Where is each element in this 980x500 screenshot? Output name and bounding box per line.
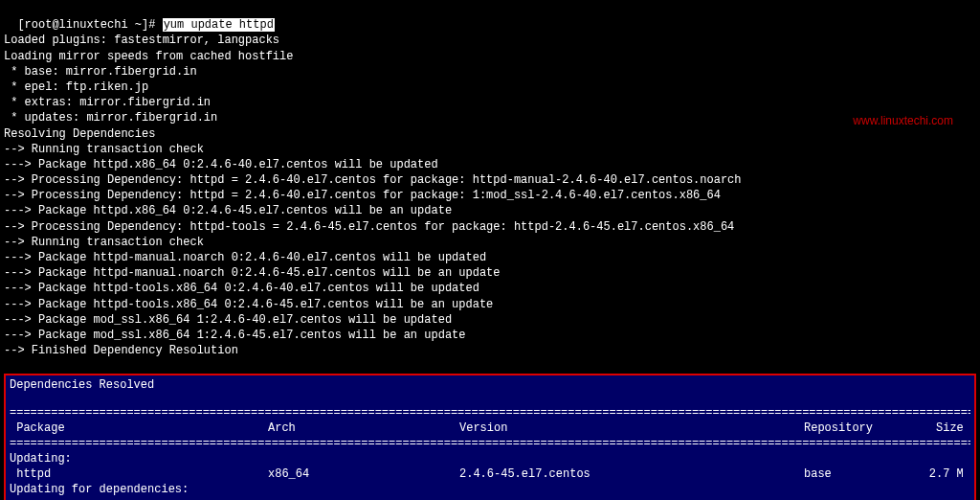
output-line: * epel: ftp.riken.jp: [4, 80, 976, 95]
output-line: --> Processing Dependency: httpd = 2.4.6…: [4, 188, 976, 203]
output-line: ---> Package httpd-manual.noarch 0:2.4.6…: [4, 265, 976, 281]
updating-label: Updating:: [10, 451, 970, 466]
output-line: --> Processing Dependency: httpd-tools =…: [4, 219, 976, 235]
output-line: Resolving Dependencies: [4, 126, 976, 142]
output-line: Loading mirror speeds from cached hostfi…: [4, 49, 976, 64]
output-line: * updates: mirror.fibergrid.in: [4, 110, 976, 125]
table-rule-mid: ========================================…: [10, 436, 970, 451]
cell-pkg: httpd: [10, 466, 268, 482]
output-line: * extras: mirror.fibergrid.in: [4, 95, 976, 110]
yum-output-block: Loaded plugins: fastestmirror, langpacks…: [4, 33, 976, 358]
output-line: --> Finished Dependency Resolution: [4, 343, 976, 358]
output-line: ---> Package httpd-tools.x86_64 0:2.4.6-…: [4, 281, 976, 296]
output-line: ---> Package mod_ssl.x86_64 1:2.4.6-40.e…: [4, 312, 976, 328]
shell-prompt-prefix: [root@linuxtechi ~]#: [17, 18, 162, 32]
output-line: ---> Package httpd.x86_64 0:2.4.6-45.el7…: [4, 203, 976, 218]
shell-command: yum update httpd: [163, 18, 275, 32]
header-arch: Arch: [268, 420, 459, 436]
cell-ver: 2.4.6-45.el7.centos: [459, 466, 804, 482]
header-version: Version: [459, 420, 804, 436]
table-row: httpdx86_642.4.6-45.el7.centosbase2.7 M: [10, 466, 970, 482]
output-line: --> Running transaction check: [4, 235, 976, 250]
cell-arch: x86_64: [268, 466, 459, 482]
updating-deps-label: Updating for dependencies:: [10, 482, 970, 497]
output-line: ---> Package httpd.x86_64 0:2.4.6-40.el7…: [4, 157, 976, 172]
watermark-text: www.linuxtechi.com: [853, 113, 953, 128]
output-line: ---> Package httpd-manual.noarch 0:2.4.6…: [4, 250, 976, 265]
dependencies-resolved-box: Dependencies Resolved ==================…: [4, 374, 976, 500]
table-header-row: Package Arch Version Repository Size: [10, 420, 970, 436]
shell-prompt-line: [root@linuxtechi ~]# yum update httpd: [4, 2, 976, 33]
cell-repo: base: [804, 466, 919, 482]
output-line: ---> Package mod_ssl.x86_64 1:2.4.6-45.e…: [4, 328, 976, 343]
header-package: Package: [10, 420, 268, 436]
deps-title: Dependencies Resolved: [10, 377, 970, 393]
header-repository: Repository: [804, 420, 919, 436]
output-line: --> Running transaction check: [4, 142, 976, 157]
output-line: --> Processing Dependency: httpd = 2.4.6…: [4, 172, 976, 188]
cell-size: 2.7 M: [919, 466, 970, 482]
output-line: * base: mirror.fibergrid.in: [4, 64, 976, 80]
output-line: Loaded plugins: fastestmirror, langpacks: [4, 33, 976, 48]
table-rule-top: ========================================…: [10, 405, 970, 420]
output-line: ---> Package httpd-tools.x86_64 0:2.4.6-…: [4, 297, 976, 312]
header-size: Size: [919, 420, 970, 436]
